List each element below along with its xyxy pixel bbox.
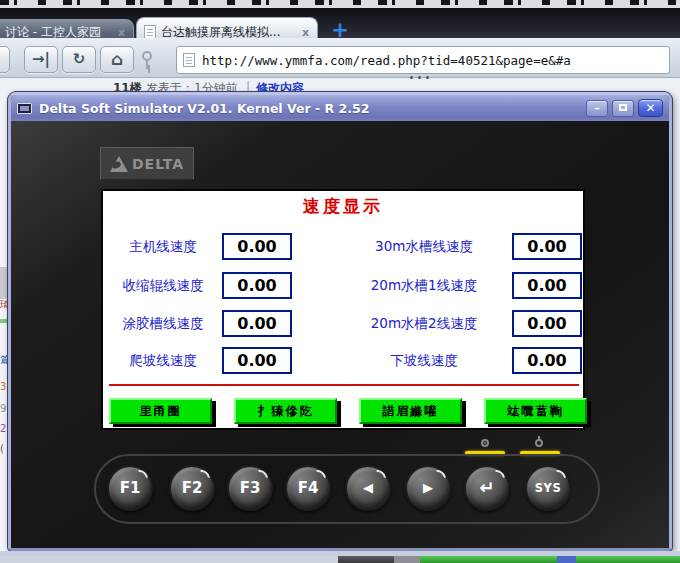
speed-value-box: 0.00 [222,272,292,299]
maximize-icon [619,104,627,111]
forward-end-icon: →| [32,50,50,68]
simulator-window: Delta Soft Simulator V2.01. Kernel Ver -… [8,92,672,551]
close-button[interactable]: ✕ [638,99,663,117]
home-icon: ⌂ [111,49,123,69]
key-f2[interactable]: F2 [169,465,215,511]
speed-value-box: 0.00 [512,347,582,374]
simulator-title-bar[interactable]: Delta Soft Simulator V2.01. Kernel Ver -… [11,95,669,121]
desktop: 讨论 - 工控人家园 x 台达触摸屏离线模拟... x + › →| ↻ ⌂ h… [0,0,680,563]
text-fragment: 琦 [0,298,8,312]
cropped-window-above [0,0,680,8]
delta-triangle-icon [110,156,128,172]
speed-label: 20m水槽2线速度 [365,310,483,337]
speed-label: 收缩辊线速度 [103,272,223,299]
text-fragment: 2 [0,423,6,434]
speed-row: 涂胶槽线速度 0.00 20m水槽2线速度 0.00 [103,310,583,337]
page-icon [144,25,156,39]
taskbar-sliver [0,556,680,563]
text-fragment: 篇 [0,353,8,367]
touch-button-4[interactable]: 竑囕葍鞫 [484,398,587,424]
reload-button[interactable]: ↻ [62,46,96,73]
speed-label: 下坡线速度 [365,347,483,374]
url-text[interactable]: http://www.ymmfa.com/read.php?tid=40521&… [202,53,642,68]
speed-row: 爬坡线速度 0.00 下坡线速度 0.00 [103,347,583,374]
speed-value-box: 0.00 [512,233,582,260]
key-arrow-left[interactable]: ◀ [345,465,391,511]
page-right-sliver [672,95,680,551]
power-led-icon [535,439,543,447]
page-left-sliver: 琦 篇 3 9 2 ( [0,95,8,551]
key-icon[interactable] [142,51,152,61]
minimize-button[interactable]: – [586,100,608,117]
speed-row: 收缩辊线速度 0.00 20m水槽1线速度 0.00 [103,272,583,299]
speed-label: 30m水槽线速度 [365,233,483,260]
app-icon [17,103,32,114]
speed-value-box: 0.00 [512,310,582,337]
hmi-device-bezel: DELTA 速度显示 主机线速度 0.00 30m水槽线速度 0.00 收缩辊线… [11,121,669,548]
key-enter[interactable]: ↵ [464,465,510,511]
key-f3[interactable]: F3 [227,465,273,511]
tab-close-icon[interactable]: x [302,26,309,39]
back-button[interactable]: › [0,46,10,73]
divider-line [109,384,579,386]
window-title: Delta Soft Simulator V2.01. Kernel Ver -… [39,101,582,116]
screen-title: 速度显示 [103,195,583,218]
reload-icon: ↻ [73,50,86,68]
browser-toolbar: › →| ↻ ⌂ http://www.ymmfa.com/read.php?t… [0,38,680,78]
speed-value-box: 0.00 [512,272,582,299]
address-bar[interactable]: http://www.ymmfa.com/read.php?tid=40521&… [176,46,670,74]
maximize-button[interactable] [612,100,634,117]
speed-label: 主机线速度 [103,233,223,260]
delta-logo: DELTA [100,147,194,180]
key-f4[interactable]: F4 [285,465,331,511]
minimize-icon: – [594,102,600,115]
browser-tab-bar: 讨论 - 工控人家园 x 台达触摸屏离线模拟... x + [0,8,680,38]
speed-label: 20m水槽1线速度 [365,272,483,299]
brightness-led-icon [481,439,489,447]
speed-label: 爬坡线速度 [103,347,223,374]
text-fragment: 9 [0,403,6,414]
speed-label: 涂胶槽线速度 [103,310,223,337]
text-fragment: 3 [0,381,6,392]
text-fragment: ( [0,443,4,454]
speed-value-box: 0.00 [222,233,292,260]
key-sys[interactable]: SYS [525,465,571,511]
touch-button-3[interactable]: 諎眉縧嚾 [359,398,462,424]
page-icon [183,53,195,67]
close-icon: ✕ [645,101,655,115]
speed-value-box: 0.00 [222,310,292,337]
brand-text: DELTA [132,156,184,172]
home-button[interactable]: ⌂ [100,46,134,73]
speed-value-box: 0.00 [222,347,292,374]
key-arrow-right[interactable]: ▶ [405,465,451,511]
forward-end-button[interactable]: →| [24,46,58,73]
speed-row: 主机线速度 0.00 30m水槽线速度 0.00 [103,233,583,260]
touch-button-2[interactable]: 扌獉傪阣 [234,398,337,424]
touch-button-1[interactable]: 里甬圈 [109,398,212,424]
key-f1[interactable]: F1 [107,465,153,511]
hmi-screen: 速度显示 主机线速度 0.00 30m水槽线速度 0.00 收缩辊线速度 0.0… [101,189,585,430]
